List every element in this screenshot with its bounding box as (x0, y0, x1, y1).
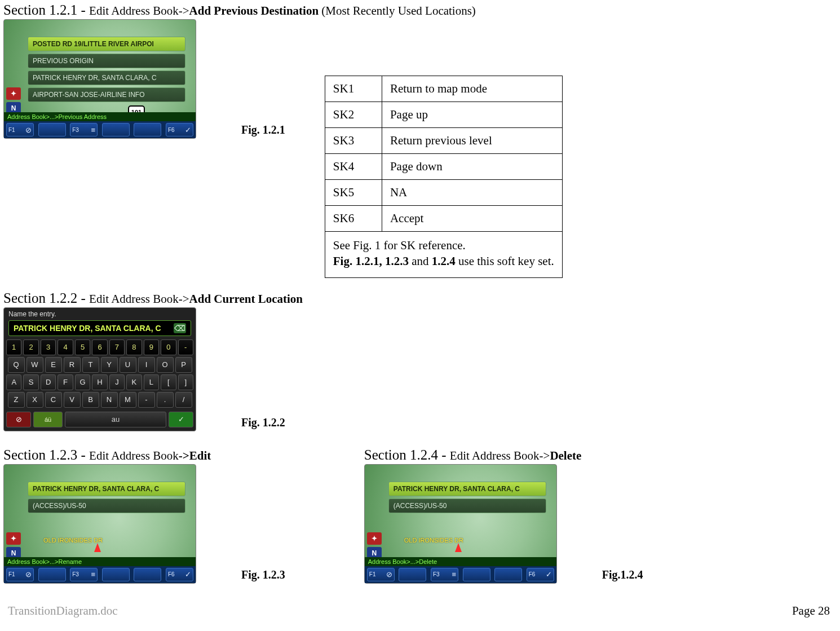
key-6[interactable]: 6 (92, 339, 107, 355)
key-v[interactable]: V (64, 392, 81, 408)
sk1-button[interactable]: F1⊘ (367, 568, 395, 581)
figure-1-2-2-caption: Fig. 1.2.2 (241, 416, 285, 429)
key-3[interactable]: 3 (41, 339, 56, 355)
cancel-button[interactable]: ⊘ (6, 412, 31, 427)
sk2-button[interactable] (38, 123, 66, 136)
figure-1-2-3-device: PATRICK HENRY DR, SANTA CLARA, C (ACCESS… (3, 464, 196, 584)
accept-button[interactable]: ✓ (169, 412, 193, 427)
delete-row-0[interactable]: PATRICK HENRY DR, SANTA CLARA, C (388, 482, 546, 496)
sk6-button[interactable]: F6✓ (527, 568, 554, 581)
key-1[interactable]: 1 (6, 339, 21, 355)
sk-table-note: See Fig. 1 for SK reference. Fig. 1.2.1,… (325, 232, 562, 278)
sk4-button[interactable] (102, 568, 130, 581)
cancel-icon: ⊘ (386, 570, 392, 579)
sk3-button[interactable]: F3≡ (431, 568, 458, 581)
softkey-bar: F1⊘ F3≡ F6✓ (4, 121, 196, 138)
prev-dest-row-2[interactable]: PATRICK HENRY DR, SANTA CLARA, C (28, 70, 185, 85)
key-y[interactable]: Y (101, 357, 118, 373)
key-n[interactable]: N (101, 392, 118, 408)
key-m[interactable]: M (120, 392, 136, 408)
key-l[interactable]: L (144, 374, 159, 390)
gps-status-icon: ✦ (6, 87, 21, 100)
key-i[interactable]: I (138, 357, 155, 373)
key-t[interactable]: T (82, 357, 99, 373)
edit-row-0[interactable]: PATRICK HENRY DR, SANTA CLARA, C (28, 482, 185, 496)
key-r[interactable]: R (64, 357, 81, 373)
key-o[interactable]: O (157, 357, 174, 373)
key-dash[interactable]: - (178, 339, 193, 355)
key-p[interactable]: P (175, 357, 192, 373)
sk4-button[interactable] (463, 568, 490, 581)
prev-dest-row-0[interactable]: POSTED RD 19/LITTLE RIVER AIRPOI (28, 37, 185, 51)
key-7[interactable]: 7 (109, 339, 125, 355)
key-lb[interactable]: [ (161, 374, 176, 390)
sk1-button[interactable]: F1⊘ (6, 123, 34, 136)
menu-icon: ≡ (452, 570, 456, 579)
sk3-button[interactable]: F3≡ (70, 123, 98, 136)
key-d[interactable]: D (41, 374, 56, 390)
key-c[interactable]: C (45, 392, 62, 408)
sk6-button[interactable]: F6✓ (166, 568, 193, 581)
key-h[interactable]: H (92, 374, 107, 390)
check-icon: ✓ (546, 570, 552, 579)
entry-field[interactable]: PATRICK HENRY DR, SANTA CLARA, C ⌫ (8, 320, 191, 336)
sk-table-key: SK1 (325, 76, 382, 102)
figure-1-2-3-caption: Fig. 1.2.3 (241, 568, 285, 581)
key-5[interactable]: 5 (75, 339, 90, 355)
key-w[interactable]: W (26, 357, 43, 373)
key-4[interactable]: 4 (58, 339, 73, 355)
sk1-button[interactable]: F1⊘ (6, 568, 34, 581)
key-j[interactable]: J (109, 374, 125, 390)
sk-table-desc: Return to map mode (382, 76, 562, 102)
prev-dest-row-3[interactable]: AIRPORT-SAN JOSE-AIRLINE INFO (28, 87, 185, 102)
section-1-2-1-title: Section 1.2.1 - Edit Address Book->Add P… (3, 2, 834, 18)
figure-1-2-1-device: POSTED RD 19/LITTLE RIVER AIRPOI PREVIOU… (3, 19, 196, 139)
edit-row-1[interactable]: (ACCESS)/US-50 (28, 498, 185, 513)
sk5-button[interactable] (494, 568, 522, 581)
key-a[interactable]: A (6, 374, 21, 390)
sk4-button[interactable] (102, 123, 130, 136)
footer-pagenum: Page 28 (792, 604, 830, 618)
key-8[interactable]: 8 (126, 339, 142, 355)
sk5-button[interactable] (134, 123, 161, 136)
key-9[interactable]: 9 (144, 339, 159, 355)
key-2[interactable]: 2 (23, 339, 38, 355)
key-x[interactable]: X (26, 392, 43, 408)
entry-prompt: Name the entry. (4, 308, 196, 319)
map-marker-icon (455, 543, 462, 552)
sk2-button[interactable] (38, 568, 66, 581)
key-0[interactable]: 0 (161, 339, 176, 355)
check-icon: ✓ (178, 415, 184, 423)
key-k[interactable]: K (126, 374, 142, 390)
key-q[interactable]: Q (8, 357, 25, 373)
key-u[interactable]: U (120, 357, 136, 373)
key-slash[interactable]: / (175, 392, 192, 408)
sk2-button[interactable] (399, 568, 426, 581)
key-g[interactable]: G (75, 374, 90, 390)
delete-row-1[interactable]: (ACCESS)/US-50 (388, 498, 546, 513)
softkey-reference-table: SK1Return to map mode SK2Page up SK3Retu… (325, 76, 563, 278)
backspace-icon[interactable]: ⌫ (174, 323, 186, 333)
footer-docname: TransitionDiagram.doc (8, 604, 118, 618)
map-marker-icon (94, 543, 101, 552)
section-1-2-2-title: Section 1.2.2 - Edit Address Book->Add C… (3, 290, 834, 306)
key-minus[interactable]: - (138, 392, 155, 408)
softkey-bar: F1⊘ F3≡ F6✓ (4, 566, 196, 583)
key-s[interactable]: S (23, 374, 38, 390)
key-period[interactable]: . (157, 392, 174, 408)
space-button[interactable]: au (65, 412, 166, 427)
accents-button[interactable]: áü (33, 412, 63, 427)
key-e[interactable]: E (45, 357, 62, 373)
sk5-button[interactable] (134, 568, 161, 581)
section-1-2-4-title: Section 1.2.4 - Edit Address Book->Delet… (364, 447, 643, 463)
prev-dest-row-1[interactable]: PREVIOUS ORIGIN (28, 54, 185, 68)
key-rb[interactable]: ] (178, 374, 193, 390)
cancel-icon: ⊘ (25, 126, 32, 134)
sk6-button[interactable]: F6✓ (166, 123, 193, 136)
sk3-button[interactable]: F3≡ (70, 568, 98, 581)
key-f[interactable]: F (58, 374, 73, 390)
key-b[interactable]: B (82, 392, 99, 408)
softkey-bar: F1⊘ F3≡ F6✓ (365, 566, 556, 583)
gps-status-icon: ✦ (6, 532, 21, 545)
key-z[interactable]: Z (8, 392, 25, 408)
